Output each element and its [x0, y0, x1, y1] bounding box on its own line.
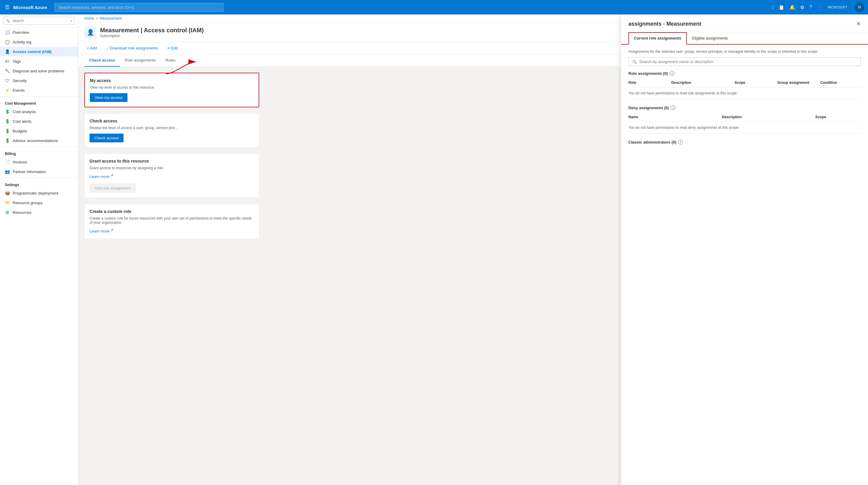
- panel-tab-eligible[interactable]: Eligible assignments: [687, 32, 734, 44]
- feedback-icon[interactable]: 📋: [778, 4, 784, 10]
- add-button[interactable]: + Add: [84, 45, 99, 52]
- sidebar-item-diagnose[interactable]: 🔧 Diagnose and solve problems: [0, 66, 78, 76]
- panel-search-icon: 🔍: [632, 60, 637, 64]
- resources-icon: ⊞: [5, 210, 10, 215]
- grant-access-learn-more[interactable]: Learn more: [90, 174, 110, 179]
- global-search-input[interactable]: [55, 3, 223, 12]
- partner-icon: 👥: [5, 169, 10, 174]
- sidebar-item-budgets[interactable]: 💲 Budgets: [0, 126, 78, 136]
- edit-columns-button[interactable]: ≡ Edit: [165, 45, 180, 52]
- custom-role-learn-more[interactable]: Learn more: [90, 229, 110, 234]
- grant-access-description: Grant access to resources by assigning a…: [90, 166, 254, 170]
- sidebar-item-activity-log[interactable]: 📋 Activity log: [0, 37, 78, 47]
- security-icon: 🛡: [5, 78, 10, 83]
- events-icon: ⚡: [5, 88, 10, 93]
- notifications-icon[interactable]: 🔔: [789, 4, 795, 10]
- external-link-icon: ↗: [111, 174, 113, 177]
- topbar-icons:  📋 🔔 ⚙ ? 👤 MICROSOFT M: [772, 2, 864, 12]
- sidebar-item-invoices[interactable]: 📄 Invoices: [0, 157, 78, 167]
- col-header-scope: Scope: [735, 81, 775, 85]
- custom-role-description: Create a custom role for Azure resources…: [90, 216, 254, 225]
- sidebar-item-cost-alerts[interactable]: 💲 Cost alerts: [0, 116, 78, 126]
- help-icon[interactable]: ?: [809, 4, 812, 10]
- panel-search-input[interactable]: [639, 59, 857, 64]
- view-my-access-button[interactable]: View my access: [90, 93, 127, 102]
- sidebar-search-box: 🔍 «: [0, 15, 78, 27]
- invoices-icon: 📄: [5, 160, 10, 164]
- deny-assignments-title: Deny assignments (0): [628, 106, 669, 110]
- billing-header: Billing: [0, 148, 78, 157]
- sidebar-item-partner[interactable]: 👥 Partner information: [0, 167, 78, 176]
- sidebar-item-security[interactable]: 🛡 Security: [0, 76, 78, 85]
- my-access-card: My access View my level of access to thi…: [84, 73, 259, 107]
- hamburger-icon[interactable]: ☰: [4, 3, 11, 12]
- check-access-button[interactable]: Check access: [90, 134, 124, 142]
- tab-role-assignments[interactable]: Role assignments: [120, 54, 161, 67]
- right-panel-header: assignments - Measurement ✕: [621, 15, 868, 32]
- deny-assignments-section-header: Deny assignments (0) i: [628, 105, 861, 110]
- right-panel-close-button[interactable]: ✕: [856, 21, 861, 27]
- tab-roles[interactable]: Roles: [161, 54, 180, 67]
- deny-assignments-table-header: Name Description Scope: [628, 113, 861, 122]
- diagnose-icon: 🔧: [5, 68, 10, 73]
- custom-role-external-link-icon: ↗: [111, 228, 113, 232]
- cost-management-header: Cost Management: [0, 98, 78, 107]
- my-access-description: View my level of access to this resource…: [90, 85, 254, 90]
- sidebar-item-cost-analysis[interactable]: 💲 Cost analysis: [0, 107, 78, 116]
- role-assignments-title: Role assignments (0): [628, 71, 668, 76]
- check-access-description: Review the level of access a user, group…: [90, 126, 254, 130]
- col-header-description: Description: [671, 81, 732, 85]
- sidebar-item-events[interactable]: ⚡ Events: [0, 85, 78, 95]
- role-assignments-section-header: Role assignments (0) i: [628, 71, 861, 76]
- col-header-name: Name: [628, 115, 719, 119]
- col-header-condition: Condition: [820, 81, 861, 85]
- classic-admins-section-header: Classic administrators (0) i: [628, 140, 861, 144]
- resource-groups-icon: 📁: [5, 200, 10, 205]
- right-panel: assignments - Measurement ✕ Current role…: [621, 15, 868, 485]
- sidebar-item-tags[interactable]: 🏷 Tags: [0, 56, 78, 66]
- sidebar-item-programmatic[interactable]: 📦 Programmatic deployment: [0, 188, 78, 198]
- overview-icon: ⬜: [5, 30, 10, 35]
- my-access-title: My access: [90, 78, 254, 83]
- tags-icon: 🏷: [5, 59, 10, 64]
- panel-content: Assignments for the selected user, group…: [621, 45, 868, 485]
- col-header-group: Group assignment: [777, 81, 818, 85]
- settings-header: Settings: [0, 179, 78, 188]
- role-assignments-empty-message: You do not have permissions to read role…: [628, 87, 861, 99]
- sidebar-item-resource-groups[interactable]: 📁 Resource groups: [0, 198, 78, 207]
- resource-title-group: Measurement | Access control (IAM) Subsc…: [100, 27, 204, 38]
- directory-icon[interactable]: 👤: [817, 4, 823, 10]
- check-access-card: Check access Review the level of access …: [84, 113, 259, 147]
- resource-icon: 👤: [84, 26, 96, 38]
- avatar[interactable]: M: [855, 2, 864, 12]
- role-assignments-table-header: Role Description Scope Group assignment …: [628, 78, 861, 87]
- budgets-icon: 💲: [5, 129, 10, 133]
- collapse-sidebar-icon[interactable]: «: [70, 19, 72, 23]
- cost-analysis-icon: 💲: [5, 109, 10, 114]
- custom-role-title: Create a custom role: [90, 209, 254, 214]
- add-role-assignment-button[interactable]: Add role assignment: [90, 183, 135, 193]
- sidebar-search-input[interactable]: [4, 17, 74, 25]
- access-control-icon: 👤: [5, 49, 10, 54]
- sidebar-item-overview[interactable]: ⬜ Overview: [0, 27, 78, 37]
- search-icon: 🔍: [6, 19, 10, 23]
- tab-check-access[interactable]: Check access: [84, 54, 120, 67]
- panel-tab-current[interactable]: Current role assignments: [628, 32, 687, 45]
- sidebar-item-access-control[interactable]: 👤 Access control (IAM): [0, 47, 78, 56]
- sidebar-item-resources[interactable]: ⊞ Resources: [0, 207, 78, 217]
- settings-icon[interactable]: ⚙: [800, 4, 804, 10]
- col-header-deny-desc: Description: [722, 115, 813, 119]
- cloud-shell-icon[interactable]: : [772, 4, 774, 10]
- download-button[interactable]: ↓ Download role assignments: [104, 45, 160, 52]
- activity-log-icon: 📋: [5, 39, 10, 44]
- panel-description: Assignments for the selected user, group…: [628, 50, 861, 54]
- breadcrumb-current[interactable]: Measurement: [100, 16, 122, 21]
- custom-role-card: Create a custom role Create a custom rol…: [84, 204, 259, 238]
- breadcrumb-home[interactable]: Home: [84, 16, 94, 21]
- classic-admins-info-icon[interactable]: i: [678, 140, 683, 144]
- sidebar-item-advisor[interactable]: 💲 Advisor recommendations: [0, 136, 78, 145]
- resource-title: Measurement | Access control (IAM): [100, 27, 204, 34]
- azure-logo: Microsoft Azure: [13, 5, 47, 10]
- deny-assignments-info-icon[interactable]: i: [671, 105, 675, 110]
- role-assignments-info-icon[interactable]: i: [670, 71, 675, 76]
